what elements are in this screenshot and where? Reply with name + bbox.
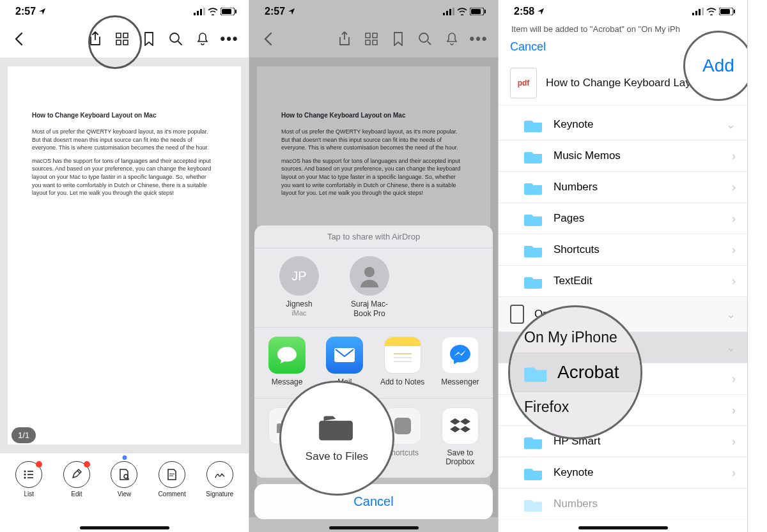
wifi-icon [706, 8, 717, 15]
folder-icon [524, 117, 543, 132]
share-icon[interactable] [84, 27, 107, 50]
svg-rect-0 [194, 13, 196, 15]
battery-icon [719, 8, 736, 15]
signal-icon [692, 8, 704, 15]
home-indicator[interactable] [80, 526, 169, 529]
share-app-mail[interactable]: Mail [317, 337, 372, 386]
chevron-right-icon: › [732, 212, 736, 225]
avatar-silhouette-icon [350, 256, 389, 296]
svg-point-15 [24, 474, 26, 476]
folder-icon [524, 273, 543, 289]
svg-rect-9 [116, 40, 121, 45]
sheet-cancel-button[interactable]: Cancel [254, 484, 493, 519]
notes-icon [384, 337, 421, 374]
folder-numbers[interactable]: Numbers › [499, 172, 747, 203]
folder-icon [524, 211, 543, 226]
doc-title: How to Change Keyboard Layout on Mac [32, 111, 217, 120]
doc-paragraph: Most of us prefer the QWERTY keyboard la… [32, 128, 217, 152]
pdf-badge-icon: pdf [510, 68, 537, 98]
svg-rect-3 [203, 8, 205, 15]
battery-icon [221, 8, 237, 15]
folder-icon [524, 179, 543, 195]
folder-keynote[interactable]: Keynote ⌄ [499, 109, 747, 141]
chevron-right-icon: › [732, 275, 736, 288]
svg-point-11 [170, 33, 179, 42]
share-apps-row: Message Mail Add to Notes [254, 328, 493, 399]
folder-textedit[interactable]: TextEdit › [499, 266, 747, 297]
tool-edit[interactable]: Edit [56, 461, 97, 498]
back-button[interactable] [8, 27, 31, 50]
nav-bar: ••• [0, 20, 249, 57]
signal-icon [194, 8, 205, 15]
svg-rect-46 [734, 10, 735, 13]
svg-rect-2 [200, 9, 202, 15]
folder-shortcuts[interactable]: Shortcuts › [499, 234, 747, 266]
chevron-down-icon: ⌄ [726, 340, 736, 354]
sheet-title: Tap to share with AirDrop [254, 225, 493, 248]
tool-comment[interactable]: Comment [151, 461, 192, 498]
folder-icon [524, 465, 543, 480]
svg-rect-1 [197, 11, 199, 15]
status-bar: 2:58 [499, 0, 747, 20]
tool-list[interactable]: List [8, 461, 49, 498]
svg-point-34 [364, 267, 375, 277]
callout-save-to-files: Save to Files [279, 381, 394, 496]
document-page: How to Change Keyboard Layout on Mac Mos… [8, 66, 241, 445]
chevron-right-icon: › [732, 243, 736, 257]
share-app-message[interactable]: Message [260, 337, 314, 386]
clock: 2:58 [514, 6, 534, 17]
bookmark-icon[interactable] [137, 27, 160, 50]
chevron-right-icon: › [732, 466, 736, 480]
dropbox-icon [442, 407, 479, 445]
action-save-dropbox[interactable]: Save to Dropbox [433, 407, 488, 466]
svg-rect-6 [235, 10, 236, 13]
folder-music-memos[interactable]: Music Memos › [499, 141, 747, 172]
svg-rect-10 [123, 40, 128, 45]
screen-share-sheet: 2:57 ••• How to Change Keyboard Layout o… [249, 0, 499, 532]
folder-hpsmart[interactable]: HP Smart › [499, 426, 747, 457]
folder-icon [319, 413, 355, 441]
document-viewport[interactable]: How to Change Keyboard Layout on Mac Mos… [0, 57, 249, 453]
cancel-button[interactable]: Cancel [510, 40, 546, 54]
location-icon [537, 8, 545, 15]
airdrop-row: JP Jignesh iMac Suraj Mac-Book Pro [254, 248, 493, 328]
folder-numbers-2[interactable]: Numbers [499, 489, 747, 520]
messenger-icon [442, 337, 479, 374]
chevron-right-icon: › [732, 372, 736, 386]
screen-pdf-viewer: 2:57 [0, 0, 249, 532]
airdrop-contact[interactable]: Suraj Mac-Book Pro [344, 256, 395, 318]
more-icon[interactable]: ••• [218, 27, 241, 50]
home-indicator[interactable] [578, 526, 668, 529]
folder-pages[interactable]: Pages › [499, 203, 747, 234]
chevron-right-icon: › [732, 404, 736, 417]
mail-icon [326, 337, 363, 374]
grid-icon[interactable] [111, 27, 134, 50]
search-icon[interactable] [164, 27, 187, 50]
airdrop-contact[interactable]: JP Jignesh iMac [274, 256, 325, 318]
svg-rect-40 [692, 13, 694, 15]
page-dot [122, 455, 127, 460]
folder-icon [524, 434, 543, 449]
svg-rect-41 [695, 11, 697, 15]
svg-rect-7 [116, 33, 121, 38]
screen-files-picker: 2:58 Item will be added to "Acrobat" on … [499, 0, 748, 532]
home-indicator[interactable] [329, 526, 419, 529]
chevron-down-icon: ⌄ [726, 307, 736, 321]
folder-list[interactable]: Keynote ⌄ Music Memos › Numbers › Pages … [499, 109, 747, 520]
share-app-notes[interactable]: Add to Notes [375, 337, 430, 386]
tool-view[interactable]: View [104, 461, 144, 498]
iphone-icon [510, 305, 524, 324]
clock: 2:57 [15, 6, 36, 17]
chevron-right-icon: › [732, 181, 736, 194]
bell-icon[interactable] [191, 27, 214, 50]
folder-keynote-2[interactable]: Keynote › [499, 457, 747, 489]
tool-signature[interactable]: Signature [199, 461, 240, 498]
svg-rect-42 [699, 9, 701, 15]
avatar: JP [279, 256, 319, 296]
folder-icon [524, 148, 543, 163]
share-app-messenger[interactable]: Messenger [433, 337, 488, 386]
toolbar: List Edit View Comment Signature [0, 453, 249, 498]
svg-rect-5 [222, 9, 231, 14]
folder-icon [524, 496, 543, 512]
svg-point-17 [24, 477, 26, 479]
